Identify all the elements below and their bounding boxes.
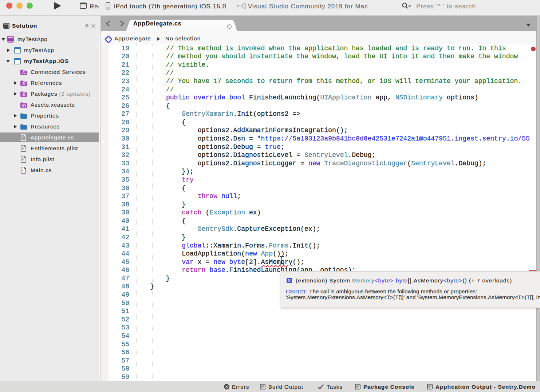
svg-text:{): {) [22, 169, 26, 173]
svg-text:{): {) [22, 136, 26, 140]
